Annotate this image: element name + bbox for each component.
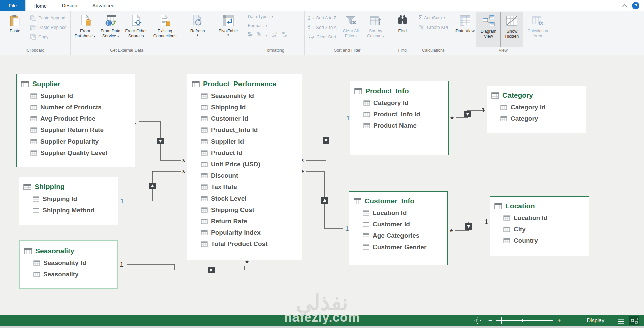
zoom-out-button[interactable]: − <box>486 317 494 324</box>
diagram-canvas[interactable]: 1*1*1*1**1*1*1 Supplier Supplier Id Numb… <box>0 55 644 315</box>
table-field[interactable]: Supplier Popularity <box>17 136 135 147</box>
diagram-table-product_info[interactable]: Product_Info Category Id Product_Info Id… <box>350 81 449 155</box>
table-title[interactable]: Product_Performance <box>187 77 302 90</box>
decrease-decimal-button[interactable]: .00→.0 <box>281 32 287 37</box>
table-title[interactable]: Shipping <box>19 180 118 193</box>
clear-sort-button[interactable]: AZ Clear Sort <box>306 32 339 41</box>
sort-by-column-button[interactable]: Sort by Column ▾ <box>363 12 388 47</box>
table-field[interactable]: Product Name <box>350 120 448 131</box>
table-field[interactable]: Product Id <box>187 147 302 159</box>
zoom-in-button[interactable]: + <box>555 317 564 324</box>
tab-design[interactable]: Design <box>54 0 85 11</box>
table-field[interactable]: Shipping Id <box>19 193 118 205</box>
table-field[interactable]: Supplier Quality Level <box>17 147 135 159</box>
diagram-view-button[interactable]: Diagram View <box>476 12 501 47</box>
from-database-button[interactable]: From Database ▾ <box>72 12 98 47</box>
currency-format-button[interactable]: $▾ <box>248 31 252 37</box>
zoom-slider-thumb[interactable] <box>501 317 502 324</box>
table-title[interactable]: Location <box>490 200 589 212</box>
table-field[interactable]: Tax Rate <box>187 181 302 193</box>
table-field[interactable]: Shipping Id <box>187 102 302 113</box>
diagram-table-location[interactable]: Location Location Id City Country <box>490 196 589 256</box>
table-field[interactable]: Popularity Index <box>187 227 302 238</box>
zoom-slider[interactable] <box>496 317 553 324</box>
table-title[interactable]: Category <box>487 89 586 102</box>
paste-append-button[interactable]: Paste Append <box>28 13 69 22</box>
table-field[interactable]: Customer Id <box>187 113 302 124</box>
increase-decimal-button[interactable]: →.0.00 <box>272 32 277 37</box>
table-field[interactable]: Location Id <box>490 212 589 224</box>
copy-button[interactable]: Copy <box>28 32 69 41</box>
thousands-separator-button[interactable]: , <box>266 30 268 38</box>
tab-advanced[interactable]: Advanced <box>85 0 122 11</box>
sort-a-to-z-button[interactable]: AZ↓ Sort A to Z <box>306 13 339 22</box>
data-view-button[interactable]: Data View <box>454 12 476 47</box>
diagram-view-status-icon[interactable] <box>629 316 639 325</box>
relationship-arrow-icon[interactable] <box>321 197 328 204</box>
create-kpi-button[interactable]: Create KPI <box>417 22 450 32</box>
tab-home[interactable]: Home <box>25 0 54 11</box>
table-field[interactable]: Location Id <box>349 207 447 219</box>
table-title[interactable]: Product_Info <box>350 85 448 97</box>
tab-file[interactable]: File <box>0 0 25 11</box>
table-field[interactable]: Customer Id <box>349 219 447 230</box>
table-field[interactable]: Stock Level <box>187 193 302 204</box>
refresh-button[interactable]: Refresh ▾ <box>185 12 210 47</box>
diagram-table-customer_info[interactable]: Customer_Info Location Id Customer Id Ag… <box>349 191 448 265</box>
autosum-button[interactable]: Σ AutoSum ▾ <box>417 13 450 22</box>
table-field[interactable]: Return Rate <box>187 216 302 227</box>
table-field[interactable]: Supplier Id <box>187 136 302 147</box>
table-field[interactable]: Unit Price (USD) <box>187 159 302 170</box>
table-field[interactable]: Seasonality <box>20 269 117 280</box>
relationship-arrow-icon[interactable] <box>208 267 215 273</box>
table-field[interactable]: Seasonality Id <box>187 90 302 102</box>
paste-button[interactable]: Paste <box>2 12 28 47</box>
relationship-line[interactable] <box>127 264 244 270</box>
table-field[interactable]: Shipping Method <box>19 205 118 216</box>
table-field[interactable]: Customer Gender <box>349 241 447 253</box>
relationship-arrow-icon[interactable] <box>323 137 329 144</box>
table-field[interactable]: Supplier Id <box>17 90 135 102</box>
paste-replace-button[interactable]: Paste Replace <box>28 22 69 32</box>
table-field[interactable]: Product_Info Id <box>187 124 302 136</box>
existing-connections-button[interactable]: Existing Connections <box>149 12 181 47</box>
diagram-table-shipping[interactable]: Shipping Shipping Id Shipping Method <box>19 177 118 225</box>
clear-all-filters-button[interactable]: Clear All Filters <box>339 12 363 47</box>
calculation-area-button[interactable]: fx Calculation Area <box>523 12 552 47</box>
table-field[interactable]: Seasonality Id <box>20 257 117 269</box>
fit-to-screen-icon[interactable] <box>474 317 481 324</box>
diagram-table-seasonality[interactable]: Seasonality Seasonality Id Seasonality <box>19 240 118 289</box>
table-field[interactable]: Shipping Cost <box>187 204 302 216</box>
table-field[interactable]: Category <box>487 113 586 124</box>
table-field[interactable]: City <box>490 224 589 235</box>
table-field[interactable]: Category Id <box>350 97 448 109</box>
table-field[interactable]: Country <box>490 235 589 247</box>
relationship-arrow-icon[interactable] <box>465 223 472 230</box>
diagram-table-product_performance[interactable]: Product_Performance Seasonality Id Shipp… <box>187 74 302 260</box>
pivottable-button[interactable]: PivotTable ▾ <box>214 12 243 47</box>
find-button[interactable]: Find <box>392 12 413 47</box>
table-field[interactable]: Age Categories <box>349 230 447 241</box>
show-hidden-button[interactable]: Show Hidden <box>501 12 523 47</box>
diagram-table-category[interactable]: Category Category Id Category <box>487 86 586 133</box>
percent-format-button[interactable]: % <box>257 31 261 37</box>
table-title[interactable]: Supplier <box>17 77 135 90</box>
help-icon[interactable]: ? <box>632 2 639 9</box>
collapse-ribbon-icon[interactable] <box>622 4 627 7</box>
relationship-arrow-icon[interactable] <box>157 138 164 144</box>
format-dropdown[interactable]: Format : ▾ <box>247 21 303 30</box>
relationship-arrow-icon[interactable] <box>464 111 471 117</box>
sort-z-to-a-button[interactable]: ZA↓ Sort Z to A <box>306 22 339 32</box>
relationship-arrow-icon[interactable] <box>149 183 156 189</box>
table-field[interactable]: Total Product Cost <box>187 238 302 250</box>
table-title[interactable]: Customer_Info <box>349 195 447 207</box>
data-type-dropdown[interactable]: Data Type : ▾ <box>247 12 303 21</box>
table-field[interactable]: Avg Product Price <box>17 113 135 124</box>
diagram-table-supplier[interactable]: Supplier Supplier Id Number of Products … <box>16 74 135 167</box>
grid-view-status-icon[interactable] <box>617 317 625 324</box>
table-field[interactable]: Number of Products <box>17 102 135 113</box>
from-data-service-button[interactable]: From Data Service ▾ <box>98 12 123 47</box>
from-other-sources-button[interactable]: From Other Sources <box>123 12 149 47</box>
table-field[interactable]: Category Id <box>487 102 586 113</box>
table-title[interactable]: Seasonality <box>20 244 117 257</box>
